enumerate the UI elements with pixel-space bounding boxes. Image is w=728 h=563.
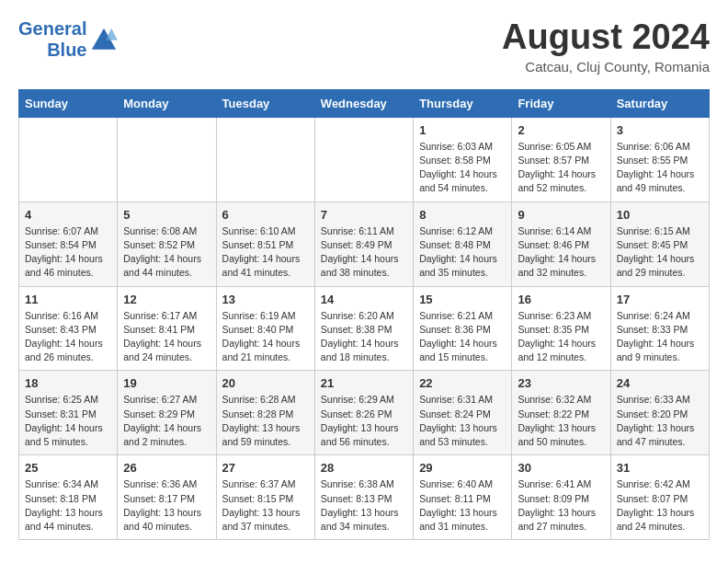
- day-cell: 15Sunrise: 6:21 AM Sunset: 8:36 PM Dayli…: [414, 286, 512, 371]
- day-cell: 23Sunrise: 6:32 AM Sunset: 8:22 PM Dayli…: [512, 371, 610, 455]
- day-info: Sunrise: 6:31 AM Sunset: 8:24 PM Dayligh…: [419, 393, 506, 449]
- weekday-header-tuesday: Tuesday: [216, 89, 314, 117]
- day-cell: 9Sunrise: 6:14 AM Sunset: 8:46 PM Daylig…: [512, 201, 610, 286]
- day-cell: 1Sunrise: 6:03 AM Sunset: 8:58 PM Daylig…: [414, 117, 512, 201]
- day-cell: 14Sunrise: 6:20 AM Sunset: 8:38 PM Dayli…: [314, 286, 413, 371]
- day-number: 31: [617, 461, 703, 475]
- week-row-3: 11Sunrise: 6:16 AM Sunset: 8:43 PM Dayli…: [19, 286, 710, 371]
- day-info: Sunrise: 6:32 AM Sunset: 8:22 PM Dayligh…: [518, 393, 604, 449]
- day-info: Sunrise: 6:36 AM Sunset: 8:17 PM Dayligh…: [123, 477, 210, 534]
- day-cell: 12Sunrise: 6:17 AM Sunset: 8:41 PM Dayli…: [118, 286, 216, 371]
- day-info: Sunrise: 6:33 AM Sunset: 8:20 PM Dayligh…: [617, 393, 703, 449]
- day-number: 19: [123, 376, 210, 390]
- weekday-header-monday: Monday: [118, 89, 216, 117]
- day-info: Sunrise: 6:27 AM Sunset: 8:29 PM Dayligh…: [123, 393, 210, 449]
- day-info: Sunrise: 6:06 AM Sunset: 8:55 PM Dayligh…: [617, 140, 703, 196]
- day-cell: 7Sunrise: 6:11 AM Sunset: 8:49 PM Daylig…: [314, 201, 413, 286]
- day-number: 22: [419, 376, 506, 390]
- day-info: Sunrise: 6:10 AM Sunset: 8:51 PM Dayligh…: [222, 224, 309, 281]
- day-number: 16: [518, 293, 604, 306]
- day-cell: 18Sunrise: 6:25 AM Sunset: 8:31 PM Dayli…: [19, 371, 118, 455]
- day-number: 25: [25, 461, 111, 475]
- day-info: Sunrise: 6:40 AM Sunset: 8:11 PM Dayligh…: [419, 477, 506, 534]
- day-number: 28: [321, 461, 407, 475]
- week-row-5: 25Sunrise: 6:34 AM Sunset: 8:18 PM Dayli…: [19, 455, 710, 540]
- day-number: 11: [25, 293, 111, 306]
- day-cell: 16Sunrise: 6:23 AM Sunset: 8:35 PM Dayli…: [512, 286, 610, 371]
- day-cell: 28Sunrise: 6:38 AM Sunset: 8:13 PM Dayli…: [314, 455, 413, 540]
- day-number: 15: [419, 293, 506, 306]
- day-cell: 4Sunrise: 6:07 AM Sunset: 8:54 PM Daylig…: [19, 201, 118, 286]
- day-number: 13: [222, 293, 309, 306]
- logo: General Blue: [18, 18, 119, 61]
- day-number: 27: [222, 461, 309, 475]
- day-cell: 11Sunrise: 6:16 AM Sunset: 8:43 PM Dayli…: [19, 286, 118, 371]
- day-cell: [314, 117, 413, 201]
- day-cell: 24Sunrise: 6:33 AM Sunset: 8:20 PM Dayli…: [610, 371, 709, 455]
- day-cell: 22Sunrise: 6:31 AM Sunset: 8:24 PM Dayli…: [414, 371, 512, 455]
- day-cell: 19Sunrise: 6:27 AM Sunset: 8:29 PM Dayli…: [118, 371, 216, 455]
- day-info: Sunrise: 6:25 AM Sunset: 8:31 PM Dayligh…: [25, 393, 111, 449]
- day-cell: [19, 117, 118, 201]
- day-info: Sunrise: 6:41 AM Sunset: 8:09 PM Dayligh…: [518, 477, 604, 534]
- day-cell: 21Sunrise: 6:29 AM Sunset: 8:26 PM Dayli…: [314, 371, 413, 455]
- day-number: 5: [123, 208, 210, 222]
- day-info: Sunrise: 6:21 AM Sunset: 8:36 PM Dayligh…: [419, 309, 506, 365]
- day-number: 10: [617, 208, 703, 222]
- day-info: Sunrise: 6:07 AM Sunset: 8:54 PM Dayligh…: [25, 224, 111, 281]
- day-info: Sunrise: 6:20 AM Sunset: 8:38 PM Dayligh…: [321, 309, 407, 365]
- day-number: 4: [25, 208, 111, 222]
- weekday-header-saturday: Saturday: [610, 89, 709, 117]
- day-number: 20: [222, 376, 309, 390]
- day-cell: 8Sunrise: 6:12 AM Sunset: 8:48 PM Daylig…: [414, 201, 512, 286]
- day-info: Sunrise: 6:24 AM Sunset: 8:33 PM Dayligh…: [617, 309, 703, 365]
- day-cell: 2Sunrise: 6:05 AM Sunset: 8:57 PM Daylig…: [512, 117, 610, 201]
- calendar-table: SundayMondayTuesdayWednesdayThursdayFrid…: [18, 89, 710, 540]
- day-info: Sunrise: 6:12 AM Sunset: 8:48 PM Dayligh…: [419, 224, 506, 281]
- week-row-2: 4Sunrise: 6:07 AM Sunset: 8:54 PM Daylig…: [19, 201, 710, 286]
- day-info: Sunrise: 6:38 AM Sunset: 8:13 PM Dayligh…: [321, 477, 407, 534]
- day-cell: 13Sunrise: 6:19 AM Sunset: 8:40 PM Dayli…: [216, 286, 314, 371]
- day-number: 26: [123, 461, 210, 475]
- day-cell: 27Sunrise: 6:37 AM Sunset: 8:15 PM Dayli…: [216, 455, 314, 540]
- day-info: Sunrise: 6:23 AM Sunset: 8:35 PM Dayligh…: [518, 309, 604, 365]
- day-info: Sunrise: 6:29 AM Sunset: 8:26 PM Dayligh…: [321, 393, 407, 449]
- day-number: 21: [321, 376, 407, 390]
- day-info: Sunrise: 6:42 AM Sunset: 8:07 PM Dayligh…: [617, 477, 703, 534]
- week-row-4: 18Sunrise: 6:25 AM Sunset: 8:31 PM Dayli…: [19, 371, 710, 455]
- day-number: 18: [25, 376, 111, 390]
- day-info: Sunrise: 6:11 AM Sunset: 8:49 PM Dayligh…: [321, 224, 407, 281]
- day-info: Sunrise: 6:14 AM Sunset: 8:46 PM Dayligh…: [518, 224, 604, 281]
- day-number: 3: [617, 123, 703, 137]
- header: General Blue August 2024 Catcau, Cluj Co…: [18, 18, 710, 75]
- day-cell: 3Sunrise: 6:06 AM Sunset: 8:55 PM Daylig…: [610, 117, 709, 201]
- day-info: Sunrise: 6:28 AM Sunset: 8:28 PM Dayligh…: [222, 393, 309, 449]
- day-cell: 26Sunrise: 6:36 AM Sunset: 8:17 PM Dayli…: [118, 455, 216, 540]
- day-cell: [216, 117, 314, 201]
- day-number: 30: [518, 461, 604, 475]
- day-number: 6: [222, 208, 309, 222]
- weekday-header-thursday: Thursday: [414, 89, 512, 117]
- day-cell: 20Sunrise: 6:28 AM Sunset: 8:28 PM Dayli…: [216, 371, 314, 455]
- day-cell: 29Sunrise: 6:40 AM Sunset: 8:11 PM Dayli…: [414, 455, 512, 540]
- day-number: 12: [123, 293, 210, 306]
- logo-icon: [90, 27, 118, 52]
- day-info: Sunrise: 6:16 AM Sunset: 8:43 PM Dayligh…: [25, 309, 111, 365]
- day-info: Sunrise: 6:17 AM Sunset: 8:41 PM Dayligh…: [123, 309, 210, 365]
- day-cell: 10Sunrise: 6:15 AM Sunset: 8:45 PM Dayli…: [610, 201, 709, 286]
- title-area: August 2024 Catcau, Cluj County, Romania: [502, 18, 710, 75]
- weekday-header-friday: Friday: [512, 89, 610, 117]
- day-cell: 25Sunrise: 6:34 AM Sunset: 8:18 PM Dayli…: [19, 455, 118, 540]
- day-number: 1: [419, 123, 506, 137]
- day-number: 7: [321, 208, 407, 222]
- day-number: 29: [419, 461, 506, 475]
- subtitle: Catcau, Cluj County, Romania: [502, 59, 710, 75]
- day-info: Sunrise: 6:15 AM Sunset: 8:45 PM Dayligh…: [617, 224, 703, 281]
- day-info: Sunrise: 6:34 AM Sunset: 8:18 PM Dayligh…: [25, 477, 111, 534]
- weekday-header-wednesday: Wednesday: [314, 89, 413, 117]
- day-info: Sunrise: 6:37 AM Sunset: 8:15 PM Dayligh…: [222, 477, 309, 534]
- header-row: SundayMondayTuesdayWednesdayThursdayFrid…: [19, 89, 710, 117]
- day-cell: 31Sunrise: 6:42 AM Sunset: 8:07 PM Dayli…: [610, 455, 709, 540]
- week-row-1: 1Sunrise: 6:03 AM Sunset: 8:58 PM Daylig…: [19, 117, 710, 201]
- weekday-header-sunday: Sunday: [19, 89, 118, 117]
